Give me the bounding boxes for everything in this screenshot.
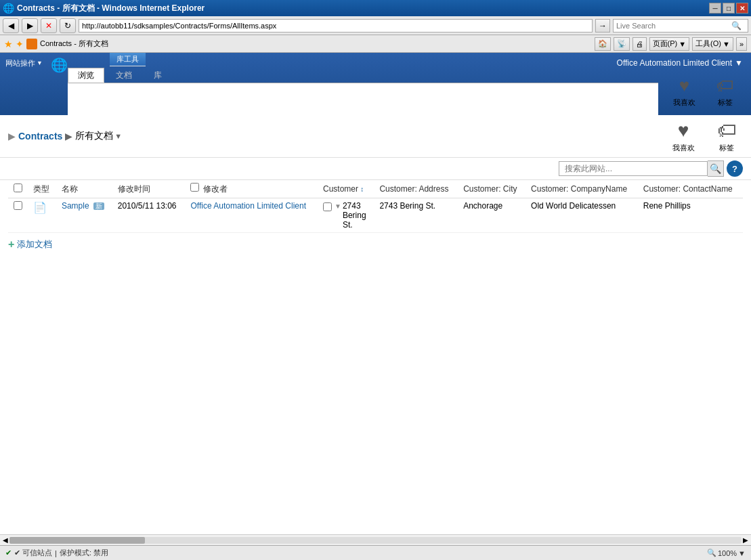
expand-btn[interactable]: ▼	[335, 202, 341, 210]
row-modified-cell: 2010/5/11 13:06	[112, 198, 186, 233]
th-customer-address[interactable]: Customer: Address	[374, 180, 458, 198]
fav-star-icon: ★	[4, 39, 13, 49]
close-button[interactable]: ✕	[736, 3, 748, 14]
breadcrumb-area: ▶ Contracts ▶ 所有文档 ▼ ♥ 我喜欢 🏷 标签	[0, 115, 751, 158]
site-search-input[interactable]	[559, 161, 708, 176]
row-name-cell: Sample 新	[56, 198, 112, 233]
client-name: Office Automation Limited Client ▼	[617, 58, 743, 68]
th-customer-company[interactable]: Customer: CompanyName	[525, 180, 638, 198]
site-ops-button[interactable]: 网站操作 ▼	[0, 53, 48, 115]
tools-dropdown-icon: ▼	[723, 40, 730, 48]
minimize-button[interactable]: ─	[709, 3, 721, 14]
page-button[interactable]: 页面(P) ▼	[649, 37, 690, 51]
refresh-button[interactable]: ↻	[60, 18, 76, 33]
row-customer-contact-cell: Rene Phillips	[638, 198, 743, 233]
tab-docs[interactable]: 文档	[106, 68, 142, 83]
tab-library[interactable]: 库	[144, 68, 172, 83]
site-ops-label: 网站操作	[5, 58, 35, 68]
th-type[interactable]: 类型	[28, 180, 56, 198]
row-customer-city-cell: Anchorage	[458, 198, 525, 233]
modifier-link[interactable]: Office Automation Limited Client	[190, 201, 306, 211]
live-search-button[interactable]: 🔍	[729, 20, 744, 32]
status-separator: |	[55, 549, 57, 557]
customer-address: 2743 Bering St.	[379, 201, 435, 211]
globe-icon: 🌐	[51, 57, 68, 73]
hscroll-thumb[interactable]	[9, 537, 145, 544]
modifier-checkbox[interactable]	[190, 183, 199, 192]
tag-button[interactable]: 🏷 标签	[710, 72, 740, 109]
zoom-icon: 🔍	[707, 548, 716, 557]
stop-button[interactable]: ✕	[41, 18, 57, 33]
tools-label: 工具(O)	[695, 39, 721, 49]
trusted-label: ✔ 可信站点	[14, 548, 52, 558]
go-button[interactable]: →	[595, 19, 610, 33]
row-customer-address-cell: 2743 Bering St.	[374, 198, 458, 233]
th-modified[interactable]: 修改时间	[112, 180, 186, 198]
like-action-button[interactable]: ♥ 我喜欢	[667, 120, 700, 153]
page-dropdown-icon: ▼	[679, 40, 686, 48]
tools-button[interactable]: 工具(O) ▼	[692, 37, 733, 51]
live-search-input[interactable]	[614, 21, 729, 30]
breadcrumb-actions: ♥ 我喜欢 🏷 标签	[667, 119, 743, 153]
breadcrumb-dropdown-icon[interactable]: ▼	[114, 132, 122, 140]
doc-name-link[interactable]: Sample	[62, 201, 89, 211]
customer-contact: Rene Phillips	[643, 201, 691, 211]
tag-action-button[interactable]: 🏷 标签	[710, 119, 743, 153]
select-all-checkbox[interactable]	[14, 184, 22, 192]
tab-browse-label: 浏览	[78, 70, 94, 81]
protection-label: 保护模式: 禁用	[60, 548, 108, 558]
row-customer-cell: ▼ 2743BeringSt.	[318, 198, 374, 233]
th-name[interactable]: 名称	[56, 180, 112, 198]
trusted-status: ✔ ✔ 可信站点 | 保护模式: 禁用	[5, 548, 108, 558]
th-modifier[interactable]: 修改者	[185, 180, 318, 198]
site-search-button[interactable]: 🔍	[708, 160, 724, 177]
row-checkbox[interactable]	[14, 201, 22, 210]
add-fav-icon: ✦	[16, 39, 24, 49]
new-badge: 新	[93, 202, 104, 210]
forward-button[interactable]: ▶	[22, 18, 38, 33]
horizontal-scrollbar[interactable]: ◀ ▶	[0, 534, 751, 545]
customer-expand-checkbox[interactable]	[323, 202, 332, 211]
add-doc-label: 添加文档	[17, 238, 52, 251]
hscroll-track[interactable]	[9, 537, 742, 544]
hscroll-right-btn[interactable]: ▶	[742, 536, 750, 544]
tag-action-icon: 🏷	[717, 119, 736, 142]
extra-button[interactable]: »	[736, 37, 747, 51]
th-customer[interactable]: Customer ↕	[318, 180, 374, 198]
help-icon: ?	[732, 164, 737, 174]
th-customer-contact[interactable]: Customer: ContactName	[638, 180, 743, 198]
status-bar-right: 🔍 100% ▼	[707, 548, 746, 557]
row-modifier-cell: Office Automation Limited Client	[185, 198, 318, 233]
tab-browse[interactable]: 浏览	[68, 68, 104, 83]
window-title: Contracts - 所有文档 - Windows Internet Expl…	[17, 3, 709, 14]
th-customer-city[interactable]: Customer: City	[458, 180, 525, 198]
customer-sort-icon: ↕	[360, 186, 364, 193]
hscroll-left-btn[interactable]: ◀	[1, 536, 9, 544]
status-bar: ✔ ✔ 可信站点 | 保护模式: 禁用 🔍 100% ▼	[0, 545, 751, 560]
like-label: 我喜欢	[673, 98, 695, 108]
tab-library-label: 库	[154, 70, 162, 81]
print-button[interactable]: 🖨	[632, 37, 647, 51]
home-button[interactable]: 🏠	[595, 37, 611, 51]
tag-action-label: 标签	[719, 143, 734, 153]
modified-date: 2010/5/11 13:06	[118, 201, 177, 211]
like-button[interactable]: ♥ 我喜欢	[669, 72, 700, 109]
maximize-button[interactable]: □	[723, 3, 735, 14]
feed-button[interactable]: 📡	[614, 37, 630, 51]
zoom-button[interactable]: 🔍 100% ▼	[707, 548, 746, 557]
ribbon: 库工具 网站操作 ▼ 🌐 浏览 文档 库 ♥	[0, 53, 751, 115]
table-header-row: 类型 名称 修改时间 修改者 Customer ↕ Customer: Ad	[8, 180, 743, 198]
help-button[interactable]: ?	[727, 160, 743, 177]
back-button[interactable]: ◀	[3, 18, 19, 33]
like-action-icon: ♥	[678, 120, 689, 142]
search-bar-area: 🔍 ?	[0, 158, 751, 180]
th-check[interactable]	[8, 180, 28, 198]
zoom-dropdown-icon: ▼	[738, 549, 746, 557]
breadcrumb-link[interactable]: Contracts	[18, 131, 62, 142]
address-field[interactable]	[79, 19, 593, 33]
add-doc-area: + 添加文档	[0, 233, 751, 256]
client-name-text: Office Automation Limited Client	[617, 58, 733, 68]
customer-value: 2743BeringSt.	[343, 201, 366, 230]
ie-icon: 🌐	[3, 3, 14, 14]
add-doc-button[interactable]: + 添加文档	[8, 238, 52, 251]
